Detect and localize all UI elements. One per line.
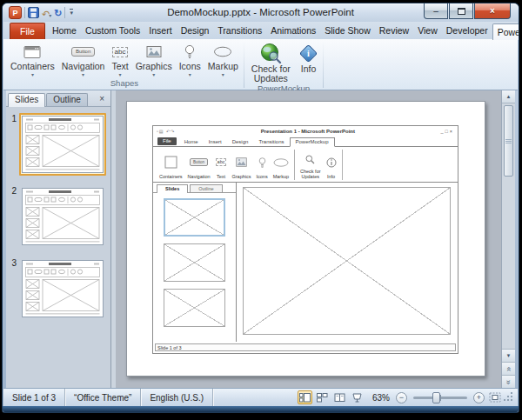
- abc-text-icon: abc: [112, 42, 129, 62]
- zoom-level[interactable]: 63%: [372, 393, 390, 403]
- tab-home[interactable]: Home: [48, 23, 81, 39]
- powerpoint-window: P ↶▾ ↻ ▾ DemoMockup.pptx - Microsoft Pow…: [2, 3, 519, 413]
- scrollbar-thumb[interactable]: [504, 105, 513, 177]
- slide-number: 1: [6, 113, 19, 176]
- mockup-ellipse-icon: [273, 150, 289, 174]
- icons-button[interactable]: Icons ▾: [176, 40, 204, 78]
- mockup-square-icon: [164, 150, 177, 174]
- slide-thumbnail[interactable]: [19, 257, 106, 320]
- close-button[interactable]: ×: [474, 3, 511, 19]
- slide-thumbnail[interactable]: [19, 185, 106, 248]
- tab-slides[interactable]: Slides: [8, 93, 45, 107]
- mockup-picture-icon: [236, 150, 247, 174]
- reading-view-icon: [334, 393, 345, 403]
- previous-slide-button[interactable]: «: [502, 362, 515, 375]
- mockup-qat-icons: ▫▤ ↶↷: [157, 129, 175, 134]
- mockup-group-separator: [294, 150, 295, 180]
- shapes-group: Containers ▾ Button Navigation ▾ abc Tex…: [5, 40, 244, 90]
- mockup-window-shape[interactable]: ▫▤ ↶↷ Presentation 1 - Microsoft PowerPo…: [152, 125, 458, 354]
- panel-tabs: Slides Outline ×: [6, 90, 110, 107]
- tab-file[interactable]: File: [10, 23, 45, 39]
- mockup-containers-button: Containers: [157, 149, 185, 181]
- mockup-slide-area: [237, 183, 458, 342]
- tab-animations[interactable]: Animations: [266, 23, 320, 39]
- navigation-button[interactable]: Button Navigation ▾: [58, 40, 109, 78]
- picture-icon: [146, 42, 162, 62]
- mockup-ribbon: Containers Button Navigation abc Text: [153, 146, 458, 183]
- fit-to-window-button[interactable]: [487, 390, 502, 404]
- info-button[interactable]: i Info: [296, 40, 322, 83]
- slides-panel: Slides Outline × 1: [6, 90, 111, 388]
- scroll-down-icon[interactable]: ▼: [502, 349, 515, 362]
- tab-slide-show[interactable]: Slide Show: [320, 23, 375, 39]
- zoom-slider-track[interactable]: [413, 397, 467, 399]
- lightbulb-icon: [184, 42, 195, 62]
- tab-view[interactable]: View: [413, 23, 442, 39]
- mockup-graphics-button: Graphics: [229, 149, 253, 181]
- markup-button[interactable]: Markup ▾: [204, 40, 242, 78]
- fit-to-window-icon: [489, 392, 501, 403]
- mockup-slides-tab: Slides: [157, 184, 188, 193]
- check-for-updates-button[interactable]: Check for Updates: [246, 40, 296, 83]
- tab-developer[interactable]: Developer: [442, 23, 492, 39]
- slide-editor: ▫▤ ↶↷ Presentation 1 - Microsoft PowerPo…: [116, 90, 501, 388]
- mockup-tab-row: File Home Insert Design Transitions Powe…: [153, 136, 458, 146]
- slide-thumbnail-wireframe: [22, 116, 104, 173]
- close-panel-icon[interactable]: ×: [95, 94, 109, 106]
- window-controls: – ×: [424, 3, 511, 19]
- graphics-button[interactable]: Graphics ▾: [132, 40, 176, 78]
- mockup-outline-tab: Outline: [190, 184, 222, 192]
- minimize-button[interactable]: –: [424, 3, 448, 19]
- dropdown-icon: ▾: [222, 72, 224, 78]
- group-separator: [323, 42, 324, 88]
- slide-counter[interactable]: Slide 1 of 3: [3, 389, 65, 406]
- tab-outline[interactable]: Outline: [46, 93, 88, 106]
- titlebar[interactable]: P ↶▾ ↻ ▾ DemoMockup.pptx - Microsoft Pow…: [3, 3, 519, 22]
- slide-row-3: 3: [6, 257, 110, 320]
- language-indicator[interactable]: English (U.S.): [141, 389, 213, 406]
- normal-view-icon: [299, 393, 311, 403]
- slide-show-view-button[interactable]: [350, 390, 365, 404]
- mockup-thumbnail: [164, 289, 225, 327]
- slide-page[interactable]: ▫▤ ↶↷ Presentation 1 - Microsoft PowerPo…: [126, 101, 485, 377]
- resize-grip[interactable]: [505, 392, 514, 403]
- mockup-button-pill-icon: Button: [190, 150, 208, 174]
- mockup-info-button: Info: [324, 149, 339, 181]
- dropdown-icon: ▾: [152, 72, 155, 78]
- scrollbar-grip: [505, 141, 512, 142]
- tab-powermockup[interactable]: PowerMockup: [492, 23, 519, 40]
- containers-button[interactable]: Containers ▾: [7, 40, 58, 78]
- mockup-markup-button: Markup: [271, 149, 291, 181]
- tab-review[interactable]: Review: [375, 23, 413, 39]
- zoom-slider-thumb[interactable]: [432, 392, 440, 403]
- mockup-check-updates-button: Check forUpdates: [298, 149, 324, 181]
- tab-custom-tools[interactable]: Custom Tools: [81, 23, 144, 39]
- tab-design[interactable]: Design: [177, 23, 214, 39]
- reading-view-button[interactable]: [332, 390, 347, 404]
- tab-insert[interactable]: Insert: [144, 23, 176, 39]
- slide-thumbnail-selected[interactable]: [19, 113, 106, 176]
- mockup-window-controls: _□×: [440, 129, 454, 134]
- ribbon-tab-row: File Home Custom Tools Insert Design Tra…: [3, 22, 518, 39]
- button-pill-icon: Button: [71, 42, 95, 62]
- mockup-tab-insert: Insert: [204, 138, 227, 146]
- tab-transitions[interactable]: Transitions: [213, 23, 266, 39]
- double-chevron-down-icon: «: [505, 379, 512, 383]
- normal-view-button[interactable]: [298, 390, 312, 404]
- next-slide-button[interactable]: «: [502, 375, 515, 388]
- workspace: Slides Outline × 1: [3, 90, 519, 388]
- mockup-image-placeholder: [243, 187, 451, 335]
- text-button[interactable]: abc Text ▾: [108, 40, 131, 78]
- maximize-button[interactable]: [449, 3, 473, 19]
- theme-name[interactable]: “Office Theme”: [65, 389, 141, 406]
- zoom-in-button[interactable]: +: [473, 392, 485, 403]
- scroll-up-icon[interactable]: ▲: [502, 90, 515, 103]
- screen: P ↶▾ ↻ ▾ DemoMockup.pptx - Microsoft Pow…: [0, 0, 522, 420]
- mockup-info-circle-icon: [326, 150, 337, 174]
- mockup-abc-icon: abc: [216, 150, 227, 174]
- vertical-scrollbar: ▲ ▼ « «: [501, 90, 515, 388]
- zoom-out-button[interactable]: −: [396, 392, 407, 403]
- slide-sorter-view-button[interactable]: [315, 390, 330, 404]
- status-bar: Slide 1 of 3 “Office Theme” English (U.S…: [3, 388, 518, 406]
- info-diamond-icon: i: [302, 42, 315, 64]
